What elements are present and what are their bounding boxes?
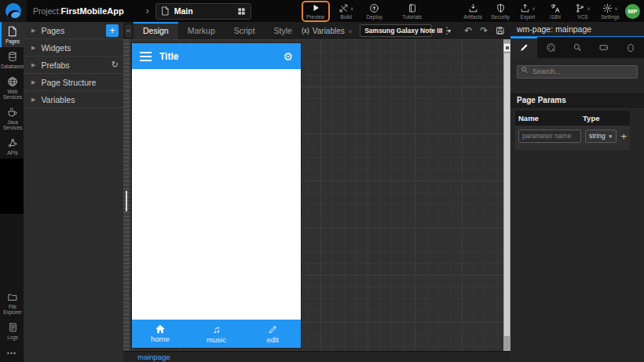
settings-button[interactable]: ∨ Settings [600, 3, 620, 20]
triangle-right-icon: ▶ [31, 45, 35, 51]
sidebar-item-pages[interactable]: Pages [0, 22, 24, 47]
page-selector[interactable]: Main [156, 3, 251, 20]
coffee-cup-icon [7, 107, 18, 118]
mobile-page-title[interactable]: Title [159, 51, 283, 62]
sidebar-item-databases[interactable]: Databases [0, 47, 24, 72]
tab-design[interactable]: Design [134, 22, 178, 39]
hamburger-menu-icon[interactable] [140, 52, 152, 61]
security-button[interactable]: Security [490, 3, 510, 20]
icon-sidebar: Pages Databases Web Services Java Servic… [0, 22, 24, 362]
folder-icon [7, 292, 18, 302]
artifacts-download-icon [468, 3, 478, 13]
build-tools-icon [338, 3, 349, 13]
utility-group: Artifacts Security ∨ Export I18N ∨ VCS ∨… [463, 3, 620, 20]
tab-script[interactable]: Script [225, 22, 265, 39]
variables-dropdown[interactable]: (x) Variables ∨ [302, 27, 352, 35]
scrollbar-thumb[interactable] [504, 53, 510, 336]
ruler-scrollbar-thumb[interactable] [126, 191, 127, 211]
grid-icon [237, 7, 246, 16]
chevron-down-icon: ∨ [587, 5, 590, 11]
panel-section-variables[interactable]: ▶ Variables [24, 91, 123, 108]
app-logo[interactable] [0, 0, 27, 22]
tab-advanced-search[interactable] [564, 37, 591, 58]
table-row: string ▼ + [515, 126, 630, 150]
save-floppy-icon [496, 26, 505, 35]
open-page-tab-mainpage[interactable]: mainpage [137, 353, 170, 361]
sidebar-item-apis[interactable]: APIs [0, 133, 24, 159]
sidebar-more-button[interactable]: ••• [0, 343, 24, 362]
open-pages-bar: mainpage [123, 351, 510, 362]
save-button[interactable] [492, 26, 509, 35]
sidebar-item-file-explorer[interactable]: File Explorer [0, 288, 24, 318]
tutorials-book-icon [408, 3, 417, 13]
deploy-cloud-icon [369, 3, 379, 13]
add-parameter-button[interactable]: + [620, 131, 627, 141]
tab-markup[interactable]: Markup [178, 22, 225, 39]
user-avatar[interactable]: MP [625, 4, 640, 19]
canvas-scrollbar[interactable] [503, 39, 510, 351]
panel-gap [510, 83, 644, 93]
sidebar-item-java-services[interactable]: Java Services [0, 103, 24, 133]
collapse-left-panel-button[interactable]: « [126, 25, 131, 37]
triangle-right-icon: ▶ [31, 62, 35, 68]
sidebar-item-logs[interactable]: Logs [0, 318, 24, 343]
mobile-tabbar-widget[interactable]: home ♫ music edit [132, 320, 301, 348]
sidebar-item-web-services[interactable]: Web Services [0, 72, 24, 103]
chevron-down-icon: ∨ [349, 28, 352, 34]
deploy-button[interactable]: Deploy [364, 3, 385, 20]
chevron-down-icon: ∨ [350, 5, 353, 11]
artifacts-button[interactable]: Artifacts [463, 3, 483, 20]
magnifier-gear-icon [573, 42, 583, 53]
vcs-button[interactable]: ∨ VCS [573, 3, 593, 20]
panel-section-prefabs[interactable]: ▶ Prefabs ↻ [24, 57, 123, 74]
design-canvas-grid[interactable]: Title ⚙ home ♫ music [130, 39, 503, 351]
parameter-name-input[interactable] [518, 130, 581, 143]
tab-device[interactable] [591, 37, 617, 58]
parameter-type-select[interactable]: string ▼ [585, 130, 617, 143]
sidebar-spacer [0, 159, 24, 214]
tabbar-item-music[interactable]: ♫ music [188, 320, 245, 348]
mobile-page-content[interactable] [132, 69, 301, 320]
build-button[interactable]: ∨ Build [336, 3, 357, 20]
export-button[interactable]: ∨ Export [518, 3, 538, 20]
tutorials-button[interactable]: Tutorials [402, 3, 423, 20]
chevron-right-icon: › [146, 5, 149, 16]
tab-style[interactable]: Style [265, 22, 302, 39]
properties-search [510, 58, 644, 83]
tabbar-item-home[interactable]: home [132, 320, 188, 348]
mobile-navbar-widget[interactable]: Title ⚙ [132, 43, 301, 69]
kebab-menu-button[interactable]: ⋮ [438, 25, 456, 36]
i18n-translate-icon [550, 3, 561, 13]
tabbar-item-edit[interactable]: edit [244, 320, 301, 348]
preview-button[interactable]: Preview [306, 3, 326, 20]
device-select[interactable]: Samsung Galaxy Note III ▼ [360, 24, 432, 37]
globe-icon [7, 76, 18, 87]
database-icon [7, 51, 18, 62]
tab-properties[interactable] [510, 37, 537, 58]
security-shield-icon [496, 3, 506, 13]
panel-section-pages[interactable]: ▶ Pages + [24, 22, 123, 39]
device-landscape-icon [598, 42, 609, 53]
refresh-icon[interactable]: ↻ [112, 60, 119, 69]
top-bar: Project:FirstMobileApp › Main Preview ∨ … [0, 0, 644, 22]
export-upload-icon [520, 3, 530, 13]
settings-gear-icon [602, 3, 613, 13]
home-icon [155, 324, 166, 334]
search-input[interactable] [517, 65, 638, 79]
play-icon [311, 3, 320, 13]
tab-outline[interactable] [617, 37, 644, 58]
panel-section-widgets[interactable]: ▶ Widgets [24, 39, 123, 57]
page-file-icon [161, 6, 170, 16]
pencil-icon [519, 42, 529, 53]
tab-styles[interactable] [537, 37, 564, 58]
add-page-button[interactable]: + [106, 24, 119, 37]
undo-button[interactable]: ↶ [460, 25, 476, 36]
canvas-column: « Design Markup Script Style (x) Variabl… [123, 22, 510, 362]
redo-button[interactable]: ↷ [476, 25, 492, 36]
scrollbar-top-button[interactable] [503, 43, 510, 52]
phone-mockup[interactable]: Title ⚙ home ♫ music [132, 43, 301, 348]
panel-section-page-structure[interactable]: ▶ Page Structure [24, 74, 123, 91]
table-header-row: Name Type [515, 111, 630, 126]
i18n-button[interactable]: I18N [545, 3, 565, 20]
navbar-gear-icon[interactable]: ⚙ [283, 51, 293, 62]
